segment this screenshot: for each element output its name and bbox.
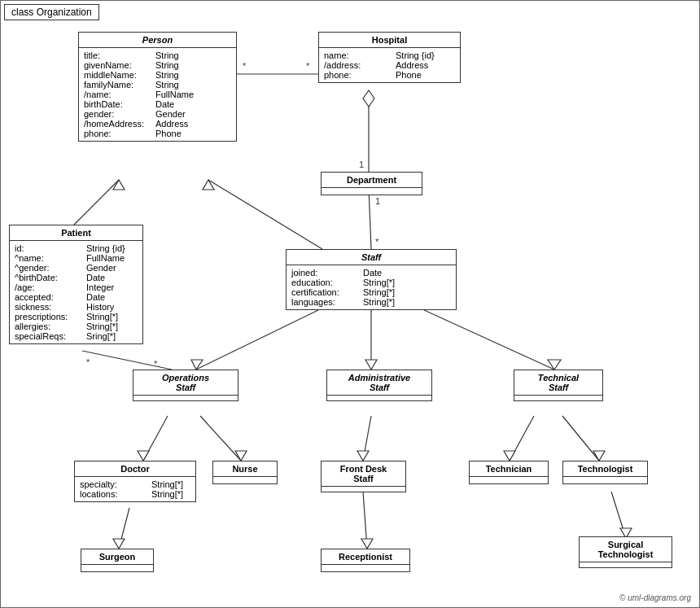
class-surgical-technologist: Surgical Technologist <box>579 536 672 568</box>
svg-line-9 <box>74 180 119 225</box>
copyright: © uml-diagrams.org <box>619 593 691 602</box>
svg-line-30 <box>562 416 599 461</box>
svg-line-36 <box>611 492 626 538</box>
svg-marker-33 <box>113 539 125 549</box>
class-nurse-header: Nurse <box>213 461 277 477</box>
svg-marker-23 <box>138 451 149 461</box>
svg-marker-4 <box>363 90 374 107</box>
class-hospital-body: name:String {id} /address:Address phone:… <box>319 48 460 82</box>
svg-marker-31 <box>593 451 605 461</box>
class-technical-staff-header: Technical Staff <box>514 370 602 396</box>
diagram-container: class Organization * * 1 1 * * * <box>0 0 700 608</box>
svg-text:1: 1 <box>375 196 380 206</box>
svg-line-20 <box>424 310 554 370</box>
class-surgeon-body <box>81 565 153 571</box>
class-administrative-staff-body <box>327 396 431 400</box>
class-nurse-body <box>213 477 277 483</box>
class-receptionist-header: Receptionist <box>322 549 409 565</box>
svg-text:*: * <box>86 357 90 367</box>
class-person-body: title:String givenName:String middleName… <box>79 48 236 141</box>
class-hospital-header: Hospital <box>319 33 460 48</box>
class-technician: Technician <box>469 461 549 484</box>
class-front-desk-staff: Front Desk Staff <box>321 461 406 492</box>
svg-marker-17 <box>191 360 203 370</box>
class-receptionist: Receptionist <box>321 549 410 572</box>
class-person: Person title:String givenName:String mid… <box>78 32 237 142</box>
svg-text:*: * <box>306 61 310 71</box>
class-technical-staff: Technical Staff <box>514 370 603 401</box>
class-receptionist-body <box>322 565 409 571</box>
class-department-header: Department <box>322 173 422 188</box>
svg-marker-29 <box>504 451 515 461</box>
class-patient: Patient id:String {id} ^name:FullName ^g… <box>9 225 143 344</box>
class-doctor-header: Doctor <box>75 461 195 477</box>
svg-text:*: * <box>375 237 379 247</box>
class-surgeon: Surgeon <box>81 549 154 572</box>
class-technical-staff-body <box>514 396 602 400</box>
svg-marker-35 <box>361 539 373 549</box>
class-doctor: Doctor specialty:String[*] locations:Str… <box>74 461 196 502</box>
class-staff-header: Staff <box>287 250 456 265</box>
class-patient-header: Patient <box>10 225 142 241</box>
class-department-body <box>322 188 422 195</box>
svg-line-11 <box>208 180 322 249</box>
class-technician-header: Technician <box>470 461 548 477</box>
diagram-title: class Organization <box>4 4 99 20</box>
class-department: Department <box>321 172 422 195</box>
svg-line-16 <box>196 310 318 370</box>
class-technician-body <box>470 477 548 483</box>
svg-line-22 <box>143 416 168 461</box>
svg-text:*: * <box>154 359 158 369</box>
class-technologist-header: Technologist <box>563 461 647 477</box>
class-technologist-body <box>563 477 647 483</box>
class-surgical-technologist-header: Surgical Technologist <box>580 537 672 562</box>
class-administrative-staff-header: Administrative Staff <box>327 370 431 396</box>
class-surgical-technologist-body <box>580 562 672 567</box>
class-administrative-staff: Administrative Staff <box>326 370 432 401</box>
class-hospital: Hospital name:String {id} /address:Addre… <box>318 32 461 83</box>
svg-line-28 <box>510 416 534 461</box>
svg-line-13 <box>82 351 172 370</box>
svg-marker-27 <box>357 451 369 461</box>
svg-line-24 <box>200 416 241 461</box>
svg-line-6 <box>369 188 371 249</box>
svg-line-26 <box>363 416 371 461</box>
class-front-desk-staff-header: Front Desk Staff <box>322 461 405 487</box>
class-person-header: Person <box>79 33 236 48</box>
class-front-desk-staff-body <box>322 487 405 492</box>
svg-text:1: 1 <box>359 160 364 169</box>
class-surgeon-header: Surgeon <box>81 549 153 565</box>
svg-marker-21 <box>548 360 561 370</box>
svg-line-34 <box>363 492 367 549</box>
svg-marker-25 <box>235 451 247 461</box>
svg-marker-12 <box>203 180 214 190</box>
class-operations-staff-header: Operations Staff <box>133 370 238 396</box>
class-staff-body: joined:Date education:String[*] certific… <box>287 265 456 309</box>
class-staff: Staff joined:Date education:String[*] ce… <box>286 249 457 310</box>
class-nurse: Nurse <box>212 461 278 484</box>
class-operations-staff-body <box>133 396 238 400</box>
svg-marker-19 <box>365 360 377 370</box>
svg-text:*: * <box>243 61 247 71</box>
class-technologist: Technologist <box>562 461 648 484</box>
svg-marker-10 <box>113 180 125 190</box>
class-operations-staff: Operations Staff <box>133 370 238 401</box>
svg-line-32 <box>119 508 129 549</box>
class-doctor-body: specialty:String[*] locations:String[*] <box>75 477 195 501</box>
class-patient-body: id:String {id} ^name:FullName ^gender:Ge… <box>10 241 142 343</box>
